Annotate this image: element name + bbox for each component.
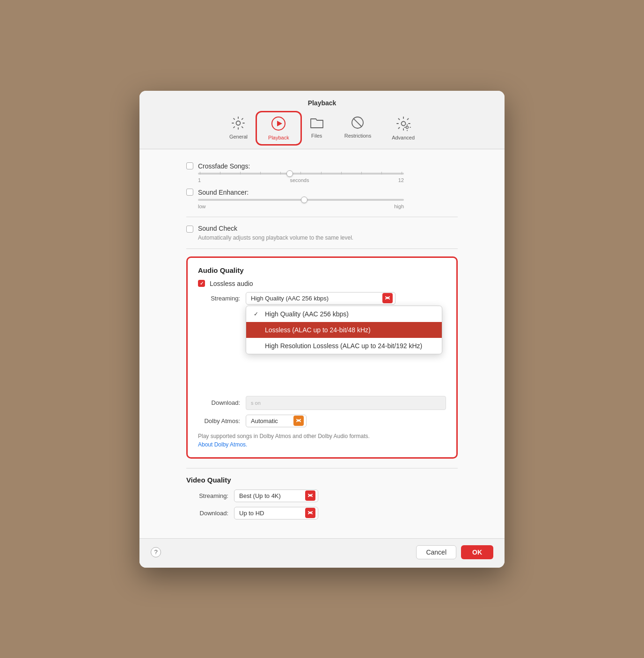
ok-button[interactable]: OK	[461, 545, 493, 559]
help-button[interactable]: ?	[151, 547, 161, 557]
video-streaming-select[interactable]: Best (Up to 4K)	[234, 490, 318, 502]
tab-files-label: Files	[311, 133, 322, 139]
tab-restrictions-label: Restrictions	[344, 133, 371, 139]
sound-enhancer-label: Sound Enhancer:	[198, 189, 249, 196]
toolbar: Playback General	[139, 91, 505, 149]
crossfade-thumb[interactable]	[286, 170, 293, 177]
dolby-label: Dolby Atmos:	[198, 417, 240, 424]
checkmark-high: ✓	[254, 311, 261, 317]
dialog-title: Playback	[308, 99, 337, 107]
video-quality-section: Video Quality Streaming: Best (Up to 4K)…	[186, 476, 458, 519]
crossfade-mid-label: seconds	[290, 177, 309, 183]
sound-enhancer-row: Sound Enhancer:	[186, 189, 458, 196]
dropdown-item-high-label: High Quality (AAC 256 kbps)	[265, 310, 349, 318]
video-streaming-row: Streaming: Best (Up to 4K)	[186, 490, 458, 502]
sound-enhancer-low-label: low	[198, 204, 206, 209]
dropdown-item-high[interactable]: ✓ High Quality (AAC 256 kbps)	[246, 306, 442, 322]
preferences-dialog: Playback General	[139, 91, 505, 568]
dolby-select-wrapper: Automatic	[246, 415, 307, 427]
toolbar-tabs: General Playback File	[219, 113, 425, 149]
play-circle-icon	[271, 116, 286, 133]
crossfade-label: Crossfade Songs:	[198, 162, 250, 170]
sound-enhancer-labels: low high	[198, 204, 404, 209]
crossfade-min-label: 1	[198, 177, 201, 183]
audio-streaming-select-wrapper: High Quality (AAC 256 kbps) ✓ High Quali…	[246, 292, 395, 305]
video-download-row: Download: Up to HD	[186, 507, 458, 519]
divider-2	[186, 249, 458, 249]
crossfade-slider-container: 1 seconds 12	[198, 173, 458, 183]
crossfade-checkbox[interactable]	[186, 162, 193, 169]
video-streaming-select-wrapper: Best (Up to 4K)	[234, 490, 318, 502]
svg-point-5	[401, 121, 405, 125]
tab-general[interactable]: General	[219, 113, 258, 143]
tab-files[interactable]: Files	[300, 113, 334, 143]
video-streaming-label: Streaming:	[186, 492, 228, 499]
dropdown-item-lossless-label: Lossless (ALAC up to 24-bit/48 kHz)	[265, 326, 371, 334]
audio-download-select[interactable]: s on	[246, 396, 446, 410]
lossless-row: Lossless audio	[198, 280, 446, 287]
dolby-link[interactable]: About Dolby Atmos.	[198, 441, 247, 448]
gear-icon	[231, 116, 245, 132]
video-download-select[interactable]: Up to HD	[234, 507, 318, 519]
svg-line-4	[353, 118, 362, 127]
content-area: Crossfade Songs:	[139, 149, 505, 538]
divider-3	[186, 468, 458, 468]
sound-enhancer-slider-container: low high	[198, 199, 458, 209]
sound-check-label: Sound Check	[198, 225, 237, 232]
sound-check-checkbox[interactable]	[186, 226, 193, 233]
dolby-desc-text: Play supported songs in Dolby Atmos and …	[198, 433, 370, 439]
sound-enhancer-thumb[interactable]	[301, 197, 307, 203]
audio-streaming-row: Streaming: High Quality (AAC 256 kbps) ✓	[198, 292, 446, 305]
sound-check-desc: Automatically adjusts song playback volu…	[198, 234, 458, 241]
tab-restrictions[interactable]: Restrictions	[334, 113, 381, 143]
tab-general-label: General	[229, 134, 248, 139]
audio-quality-section: Audio Quality Lossless audio Streaming: …	[186, 256, 458, 459]
tab-playback-label: Playback	[268, 135, 289, 140]
crossfade-labels: 1 seconds 12	[198, 177, 404, 183]
ban-icon	[351, 116, 364, 131]
sound-enhancer-high-label: high	[394, 204, 404, 209]
dropdown-item-lossless[interactable]: Lossless (ALAC up to 24-bit/48 kHz)	[246, 322, 442, 338]
video-download-label: Download:	[186, 510, 228, 517]
audio-download-label: Download:	[198, 399, 240, 406]
audio-streaming-select[interactable]: High Quality (AAC 256 kbps)	[246, 292, 395, 305]
dolby-desc: Play supported songs in Dolby Atmos and …	[198, 432, 446, 449]
tab-playback[interactable]: Playback	[258, 113, 300, 143]
audio-quality-title: Audio Quality	[198, 266, 446, 274]
video-download-select-wrapper: Up to HD	[234, 507, 318, 519]
sound-check-row: Sound Check	[186, 225, 458, 233]
crossfade-slider-track[interactable]	[198, 173, 404, 175]
video-quality-title: Video Quality	[186, 476, 458, 484]
folder-icon	[310, 116, 324, 131]
audio-streaming-label: Streaming:	[198, 295, 240, 302]
dropdown-item-hires[interactable]: High Resolution Lossless (ALAC up to 24-…	[246, 338, 442, 354]
cancel-button[interactable]: Cancel	[416, 545, 456, 559]
tab-advanced-label: Advanced	[392, 135, 415, 140]
tab-advanced[interactable]: Advanced	[381, 113, 425, 143]
dolby-select[interactable]: Automatic	[246, 415, 307, 427]
svg-marker-2	[277, 121, 282, 126]
audio-download-row: Download: s on	[198, 396, 446, 410]
dialog-footer: ? Cancel OK	[139, 538, 505, 568]
divider-1	[186, 217, 458, 217]
crossfade-row: Crossfade Songs:	[186, 162, 458, 170]
lossless-checkbox[interactable]	[198, 280, 205, 287]
sound-enhancer-slider-track[interactable]	[198, 199, 404, 201]
sound-enhancer-checkbox[interactable]	[186, 189, 193, 196]
gear-advanced-icon	[396, 116, 411, 133]
audio-download-dropdown: ✓ High Quality (AAC 256 kbps) Lossless (…	[246, 306, 442, 354]
dolby-row: Dolby Atmos: Automatic	[198, 415, 446, 427]
crossfade-max-label: 12	[398, 177, 404, 183]
footer-buttons: Cancel OK	[416, 545, 493, 559]
dropdown-item-hires-label: High Resolution Lossless (ALAC up to 24-…	[265, 342, 422, 350]
svg-point-0	[236, 121, 241, 125]
lossless-label: Lossless audio	[210, 280, 253, 287]
